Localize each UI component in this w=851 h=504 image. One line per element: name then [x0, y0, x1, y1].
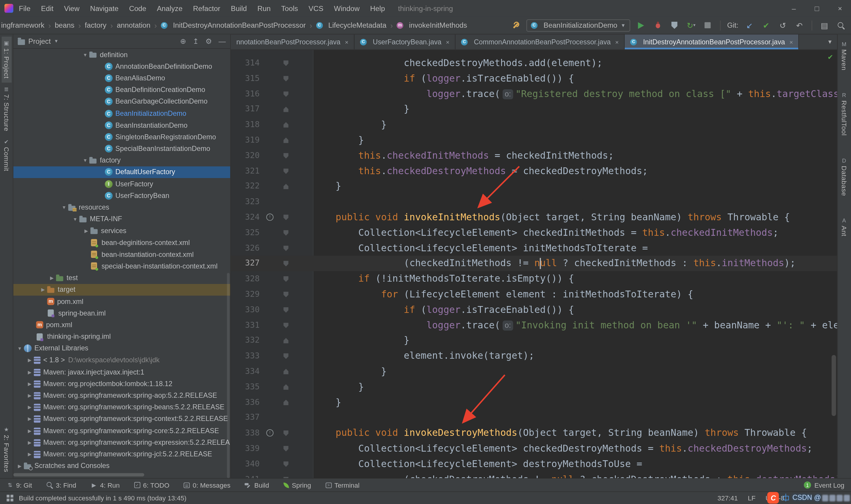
code-line[interactable]: 339 Collection<LifecycleElement> checked… — [231, 441, 837, 456]
menu-edit[interactable]: Edit — [41, 4, 54, 13]
tool-stripe-database[interactable]: DDatabase — [839, 154, 849, 200]
breadcrumb-item-annotation[interactable]: annotation — [117, 21, 150, 30]
code-line[interactable]: 321 this.checkedDestroyMethods = checked… — [231, 163, 837, 179]
line-number[interactable]: 322 — [245, 179, 260, 194]
vertical-scrollbar[interactable] — [227, 273, 230, 478]
tree-item-maven-org-springframework-spring-aop-5-2-2-release[interactable]: ▶Maven: org.springframework:spring-aop:5… — [13, 390, 230, 401]
tree-item-bean-deginitions-context-xml[interactable]: bean-deginitions-context.xml — [13, 237, 230, 249]
fold-marker[interactable] — [284, 168, 289, 174]
git-history-icon[interactable]: ↺ — [777, 20, 788, 31]
close-icon[interactable]: × — [345, 38, 348, 45]
chevron-right-icon[interactable]: ▶ — [25, 452, 34, 457]
code-line[interactable]: 323 — [231, 194, 837, 210]
tool-window-button-build[interactable]: Build — [245, 481, 269, 489]
tree-item-pom-xml[interactable]: mpom.xml — [13, 295, 230, 307]
line-number[interactable]: 331 — [245, 318, 260, 333]
chevron-down-icon[interactable]: ▼ — [60, 205, 68, 211]
tree-item-beangarbagecollectiondemo[interactable]: CBeanGarbageCollectionDemo — [13, 96, 230, 107]
fold-marker[interactable] — [284, 353, 289, 359]
code-line[interactable]: 337 — [231, 410, 837, 426]
tool-window-button-0-messages[interactable]: 0: Messages — [184, 481, 231, 489]
project-view-title[interactable]: Project — [28, 37, 51, 46]
close-icon[interactable]: × — [615, 38, 619, 45]
chevron-right-icon[interactable]: ▶ — [16, 463, 24, 469]
tree-item-scratches-and-consoles[interactable]: ▶Scratches and Consoles — [13, 460, 230, 472]
fold-marker[interactable] — [284, 107, 289, 112]
line-number[interactable]: 323 — [245, 194, 260, 210]
fold-marker[interactable] — [284, 122, 289, 128]
line-number[interactable]: 324 — [245, 210, 260, 225]
fold-marker[interactable] — [284, 338, 289, 344]
fold-marker[interactable] — [284, 307, 289, 313]
collapse-all-icon[interactable]: ↥ — [193, 37, 199, 46]
code-line[interactable]: 320 this.checkedInitMethods = checkedIni… — [231, 148, 837, 163]
editor-scrollbar[interactable] — [832, 355, 836, 416]
tool-stripe-restfultool[interactable]: RRestfulTool — [839, 89, 849, 140]
code-line[interactable]: 318 } — [231, 117, 837, 132]
code-line[interactable]: 332 } — [231, 333, 837, 348]
fold-marker[interactable] — [284, 322, 289, 328]
menu-navigate[interactable]: Navigate — [90, 4, 119, 13]
line-number[interactable]: 339 — [245, 441, 260, 456]
debug-button[interactable] — [652, 20, 664, 31]
fold-marker[interactable] — [284, 476, 289, 478]
menu-vcs[interactable]: VCS — [308, 4, 323, 13]
code-line[interactable]: 338↑ public void invokeDestroyMethods(Ob… — [231, 426, 837, 441]
fold-marker[interactable] — [284, 261, 289, 267]
tool-stripe-commit[interactable]: ✔Commit — [1, 135, 12, 175]
line-number[interactable]: 320 — [245, 148, 260, 163]
line-number[interactable]: 316 — [245, 86, 260, 102]
close-icon[interactable]: × — [446, 38, 449, 45]
horizontal-scrollbar[interactable] — [13, 473, 230, 476]
chevron-down-icon[interactable]: ▼ — [81, 52, 89, 57]
code-line[interactable]: 328 if (!initMethodsToIterate.isEmpty())… — [231, 271, 837, 287]
line-number[interactable]: 340 — [245, 456, 260, 472]
menu-refactor[interactable]: Refactor — [193, 4, 220, 13]
line-number[interactable]: 319 — [245, 132, 260, 148]
line-number[interactable]: 328 — [245, 271, 260, 287]
chevron-right-icon[interactable]: ▶ — [48, 275, 56, 281]
fold-marker[interactable] — [284, 369, 289, 375]
close-icon[interactable]: × — [789, 38, 793, 45]
code-line[interactable]: 315 if (logger.isTraceEnabled()) { — [231, 71, 837, 86]
line-number[interactable]: 330 — [245, 302, 260, 318]
code-line[interactable]: 335 } — [231, 379, 837, 395]
tree-item-spring-bean-iml[interactable]: spring-bean.iml — [13, 307, 230, 319]
chevron-right-icon[interactable]: ▶ — [25, 416, 34, 422]
fold-marker[interactable] — [284, 430, 289, 436]
fold-marker[interactable] — [284, 399, 289, 405]
fold-marker[interactable] — [284, 184, 289, 189]
code-line[interactable]: 326 Collection<LifecycleElement> initMet… — [231, 240, 837, 256]
search-everywhere-icon[interactable] — [835, 20, 847, 31]
line-number[interactable]: 334 — [245, 364, 260, 379]
breadcrumb-item-factory[interactable]: factory — [85, 21, 107, 30]
menu-file[interactable]: File — [19, 4, 30, 13]
chevron-right-icon[interactable]: ▶ — [25, 393, 34, 398]
code-line[interactable]: 324↑ public void invokeInitMethods(Objec… — [231, 210, 837, 225]
breadcrumb-item-lifecyclemetadata[interactable]: CLifecycleMetadata — [316, 21, 386, 30]
event-log-button[interactable]: 1 Event Log — [804, 481, 845, 489]
breadcrumb-item-beans[interactable]: beans — [55, 21, 74, 30]
overrides-icon[interactable]: ↑ — [266, 429, 273, 436]
code-editor[interactable]: 314 checkedDestroyMethods.add(element);3… — [231, 50, 837, 478]
tree-item-maven-org-springframework-spring-expression-5-2-2-release[interactable]: ▶Maven: org.springframework:spring-expre… — [13, 437, 230, 448]
chevron-right-icon[interactable]: ▶ — [25, 381, 34, 387]
tool-window-button-terminal[interactable]: >Terminal — [325, 481, 359, 489]
tree-item-bean-instantiation-context-xml[interactable]: bean-instantiation-context.xml — [13, 249, 230, 260]
tree-item-annotationbeandefinitiondemo[interactable]: CAnnotationBeanDefinitionDemo — [13, 60, 230, 72]
tree-item-maven-org-springframework-spring-jcl-5-2-2-release[interactable]: ▶Maven: org.springframework:spring-jcl:5… — [13, 448, 230, 460]
fold-marker[interactable] — [284, 60, 289, 66]
tool-window-button-9-git[interactable]: ⇅9: Git — [6, 481, 32, 489]
wrench-icon[interactable] — [510, 20, 521, 31]
line-number[interactable]: 325 — [245, 225, 260, 240]
chevron-down-icon[interactable]: ▼ — [16, 346, 24, 351]
line-number[interactable]: 336 — [245, 395, 260, 410]
tool-stripe-7-structure[interactable]: ≣7: Structure — [1, 83, 12, 135]
tree-item-resources[interactable]: ▼resources — [13, 201, 230, 213]
tree-item-beaninstantiationdemo[interactable]: CBeanInstantiationDemo — [13, 119, 230, 131]
code-line[interactable]: 336 } — [231, 395, 837, 410]
tree-item-thinking-in-spring-iml[interactable]: thinking-in-spring.iml — [13, 331, 230, 342]
tree-item-services[interactable]: ▶services — [13, 225, 230, 237]
tree-item-definition[interactable]: ▼definition — [13, 49, 230, 60]
chevron-right-icon[interactable]: ▶ — [82, 228, 91, 234]
